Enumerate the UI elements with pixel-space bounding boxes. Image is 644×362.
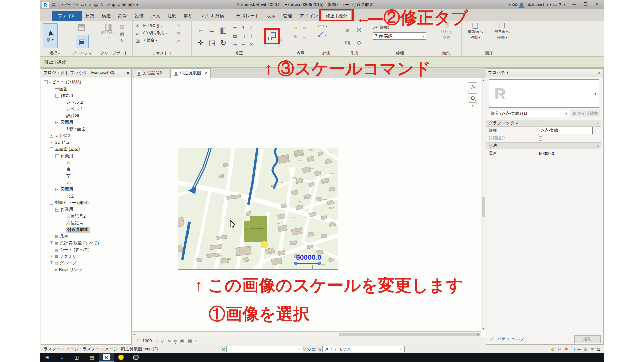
trim-extend-icon[interactable]: ⊣ [241,34,245,39]
cut-geometry-icon[interactable]: ✕ [136,23,140,28]
apply-button[interactable]: 適用 [574,335,601,343]
tree-item[interactable]: − 作業用 [41,92,131,99]
help-caret-icon[interactable]: ▾ [564,3,565,6]
expander-icon[interactable]: − [55,94,59,98]
detail-line-checkbox[interactable]: ✓ [539,136,542,141]
tree-item[interactable]: − ▫ ビュー (分類順) [41,79,131,85]
project-browser-header[interactable]: プロジェクト ブラウザ - Exercise030... × [41,69,131,77]
tree-item[interactable]: レベル 1 [41,106,131,112]
dimension-icon[interactable]: ⤢ ▾ [318,32,327,38]
tree-item[interactable]: ∞ Revit リンク [41,266,131,273]
modify-button[interactable]: ➤ 修正 [43,23,58,48]
type-selector[interactable]: R ▼ [489,79,599,108]
tree-item[interactable]: + ◍ グループ [41,260,131,266]
user-menu-caret-icon[interactable]: ▾ [550,3,551,6]
send-to-back-button[interactable]: ❐ 最背面へ 移動 ▾ [490,23,514,40]
expander-icon[interactable]: − [55,121,59,124]
select-underlay-icon[interactable]: ⚐ [557,347,562,352]
cut-button[interactable]: ◯ 切り取り ▾ [143,30,168,36]
customize-qat-icon[interactable]: ▾ [136,2,140,7]
crop-region-visibility-icon[interactable]: ▩ [188,338,192,343]
signed-in-user[interactable]: futakamisho [525,2,548,7]
default-3d-view-icon[interactable]: ⌂▾ [105,2,110,7]
text-icon[interactable]: A [99,2,104,7]
thin-lines-icon[interactable]: ≡ [117,2,121,7]
raster-map-image[interactable]: 768769-1764-3537764-11544-2754-2760133-3… [178,148,338,270]
properties-header[interactable]: プロパティ ✕ [486,69,603,77]
properties-toggle-button[interactable]: ▣ [76,35,89,48]
eraser-icon[interactable]: ◊ [280,38,283,43]
close-button[interactable]: ✕ [591,0,602,8]
active-option-icon[interactable]: ↘ [318,347,321,352]
view-tab-houi-kigou2[interactable]: 方位記号2 [133,68,169,78]
switch-windows-icon[interactable]: ▣▾ [127,2,135,7]
task-view-icon[interactable]: ◫ [69,353,84,362]
editable-only-icon[interactable]: ⚲ [303,347,306,352]
revit-logo-icon[interactable]: R [42,2,49,8]
move-icon[interactable]: ✛ [198,40,204,45]
tree-item[interactable]: 北面 [41,193,131,199]
tree-item[interactable]: + 天井伏図 [41,132,131,139]
aligned-dimension-icon[interactable]: ↔▾ [79,2,87,7]
tree-item[interactable]: ▥ シート (すべて) [41,246,131,253]
worksets-dropdown[interactable]: ∨ [226,346,302,352]
offset-icon[interactable]: ⌙ [209,27,215,33]
expander-icon[interactable]: + [50,141,53,144]
expander-icon[interactable]: + [50,241,53,245]
tab-file[interactable]: ファイル [52,11,82,21]
gear-icon[interactable]: ⚙ [583,347,588,352]
restore-button[interactable]: ❐ [580,0,591,8]
drawing-area[interactable]: 方位記号2 付近見取図 × [132,68,486,345]
trim-corner-icon[interactable]: ⇥ [233,42,237,47]
tree-item[interactable]: − 図面用 [41,119,131,126]
close-hidden-windows-icon[interactable]: ⊠ [122,2,127,7]
properties-help-link[interactable]: プロパティ ヘルプ [489,336,524,342]
expander-icon[interactable]: + [50,261,53,265]
search-icon[interactable] [512,3,518,6]
convert-lines-button[interactable]: ↺ 線種を 変換 [437,23,456,40]
tree-item[interactable]: 北 [41,179,131,186]
horizontal-scrollbar[interactable]: ◄ ► [132,331,481,337]
scale-button[interactable] [266,30,278,42]
create-similar-icon[interactable]: ⊚ [356,27,362,33]
array-icon[interactable]: ▦ [233,34,237,39]
rotate-icon[interactable]: ↻ [220,40,226,45]
override-lines-icon[interactable]: ≡ [303,34,306,39]
element-filter-dropdown[interactable]: 線分 (7-赤-実線) (1) ∨ [489,110,569,117]
tree-item[interactable]: ▤ 凡例 [41,233,131,240]
wall-join-icon[interactable]: ⊟ [176,31,180,36]
view-tab-fukin-mitorizu[interactable]: 付近見取図 × [170,68,211,78]
create-group-icon[interactable]: ▣ [344,27,351,33]
paste-button[interactable]: ▥ 貼り付け ▾ [99,24,118,39]
filter-icon[interactable] [590,348,595,351]
tree-item[interactable]: − 図面用 [41,186,131,193]
close-icon[interactable]: × [127,70,129,76]
tab-annotate[interactable]: 注釈 [164,11,180,21]
taskbar-obs-icon[interactable] [128,353,143,362]
section-graphics[interactable]: グラフィックス« [486,120,601,127]
more-controls-icon[interactable]: ‹ [195,338,197,343]
hide-icon[interactable]: ⊗ [303,25,306,31]
copy-icon[interactable]: ▱ [136,31,140,36]
redo-icon[interactable]: ↷▾ [72,2,78,7]
undo-icon[interactable]: ↶▾ [64,2,71,7]
tree-item[interactable]: 方位記号 [41,220,131,226]
worksets-icon[interactable]: ⚒ [221,347,225,352]
join-button[interactable]: ◗ 接合 ▾ [143,37,168,43]
tree-item[interactable]: 付近見取図 [41,226,131,233]
crop-view-icon[interactable]: ▣ [180,338,184,343]
tree-item[interactable]: + 3D ビュー [41,139,131,146]
copy-element-icon[interactable]: ◲ [209,40,216,45]
expander-icon[interactable]: + [50,134,53,138]
expander-icon[interactable]: + [50,255,53,258]
minimize-button[interactable]: ─ [568,0,580,8]
paint-icon[interactable]: ✎ [120,38,124,43]
tab-systems[interactable]: 設備 [131,11,147,21]
length-value[interactable]: 50000.0 [539,151,595,156]
line-style-value-field[interactable]: 7-赤-実線 [539,127,593,134]
expander-icon[interactable]: − [55,154,59,158]
tab-massing-site[interactable]: マス & 外構 [197,11,228,21]
create-assembly-icon[interactable]: ⧉ [345,40,350,45]
edit-type-button[interactable]: ▦ タイプ編集 [571,110,600,117]
tab-steel[interactable]: 鉄骨 [114,11,131,21]
